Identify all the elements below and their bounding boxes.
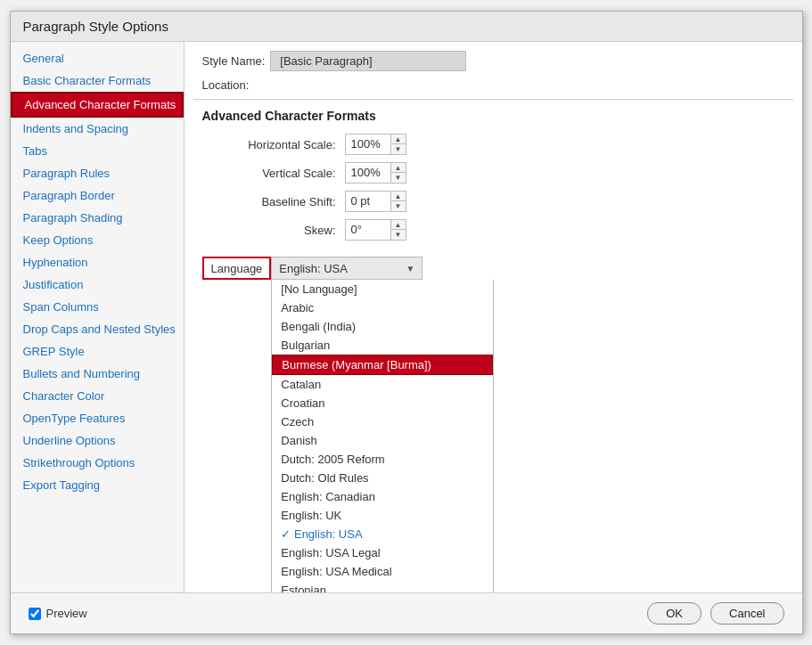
sidebar-item-para-shading[interactable]: Paragraph Shading	[11, 207, 184, 229]
horizontal-scale-input[interactable]: 100% ▲ ▼	[345, 134, 406, 155]
language-option-danish[interactable]: Danish	[272, 431, 493, 450]
ok-button[interactable]: OK	[647, 602, 701, 625]
sidebar-item-underline[interactable]: Underline Options	[11, 429, 184, 452]
section-title: Advanced Character Formats	[185, 100, 802, 134]
language-option-english-uk[interactable]: English: UK	[272, 506, 493, 525]
sidebar-item-keep-options[interactable]: Keep Options	[11, 229, 184, 251]
language-selected-value: English: USA	[279, 262, 348, 275]
dialog-body: GeneralBasic Character FormatsAdvanced C…	[11, 42, 802, 592]
style-name-bar: Style Name: [Basic Paragraph]	[185, 42, 802, 77]
skew-down[interactable]: ▼	[391, 230, 406, 240]
language-row: Language English: USA ▼ [No Language]Ara…	[185, 257, 802, 280]
vertical-scale-input[interactable]: 100% ▲ ▼	[345, 162, 406, 184]
horizontal-scale-value: 100%	[346, 134, 390, 155]
language-option-czech[interactable]: Czech	[272, 412, 493, 431]
sidebar-item-general[interactable]: General	[11, 47, 184, 69]
language-select-wrapper: English: USA ▼ [No Language]ArabicBengal…	[271, 257, 422, 280]
horizontal-scale-arrows: ▲ ▼	[390, 135, 406, 154]
language-option-catalan[interactable]: Catalan	[272, 375, 493, 394]
sidebar-item-opentype[interactable]: OpenType Features	[11, 407, 184, 429]
language-option-croatian[interactable]: Croatian	[272, 394, 493, 412]
sidebar-item-para-rules[interactable]: Paragraph Rules	[11, 162, 184, 184]
sidebar-item-justification[interactable]: Justification	[11, 274, 184, 296]
vertical-scale-row: Vertical Scale: 100% ▲ ▼	[202, 162, 784, 184]
baseline-shift-row: Baseline Shift: 0 pt ▲ ▼	[202, 191, 784, 212]
style-name-value: [Basic Paragraph]	[270, 51, 466, 71]
sidebar-item-drop-caps[interactable]: Drop Caps and Nested Styles	[11, 318, 184, 340]
language-select-header[interactable]: English: USA ▼	[271, 257, 422, 280]
language-label: Language	[202, 257, 272, 280]
paragraph-style-dialog: Paragraph Style Options GeneralBasic Cha…	[10, 11, 803, 634]
skew-row: Skew: 0° ▲ ▼	[202, 219, 784, 241]
language-option-dutch-old[interactable]: Dutch: Old Rules	[272, 469, 493, 487]
vertical-scale-down[interactable]: ▼	[391, 173, 406, 183]
skew-arrows: ▲ ▼	[390, 220, 406, 240]
skew-up[interactable]: ▲	[391, 220, 406, 230]
baseline-shift-label: Baseline Shift:	[202, 195, 345, 208]
baseline-shift-down[interactable]: ▼	[391, 201, 406, 211]
sidebar-item-strikethrough[interactable]: Strikethrough Options	[11, 452, 184, 474]
dialog-footer: Preview OK Cancel	[11, 592, 802, 633]
skew-label: Skew:	[202, 224, 345, 237]
sidebar-item-grep-style[interactable]: GREP Style	[11, 340, 184, 363]
baseline-shift-up[interactable]: ▲	[391, 192, 406, 201]
preview-label: Preview	[46, 607, 87, 620]
language-option-english-usa-legal[interactable]: English: USA Legal	[272, 543, 493, 562]
baseline-shift-arrows: ▲ ▼	[390, 192, 406, 211]
vertical-scale-value: 100%	[346, 162, 390, 184]
preview-checkbox[interactable]	[29, 608, 41, 620]
sidebar-item-tabs[interactable]: Tabs	[11, 140, 184, 162]
horizontal-scale-down[interactable]: ▼	[391, 144, 406, 154]
sidebar-item-para-border[interactable]: Paragraph Border	[11, 184, 184, 207]
baseline-shift-value: 0 pt	[346, 191, 390, 212]
language-option-bulgarian[interactable]: Bulgarian	[272, 336, 493, 355]
vertical-scale-label: Vertical Scale:	[202, 167, 345, 180]
location-label: Location:	[202, 78, 250, 92]
style-name-label: Style Name:	[202, 54, 266, 68]
horizontal-scale-up[interactable]: ▲	[391, 135, 406, 144]
sidebar-item-char-color[interactable]: Character Color	[11, 385, 184, 407]
language-option-arabic[interactable]: Arabic	[272, 298, 493, 317]
sidebar-item-indents[interactable]: Indents and Spacing	[11, 118, 184, 140]
footer-buttons: OK Cancel	[647, 602, 783, 625]
form-area: Horizontal Scale: 100% ▲ ▼ Vertical Scal…	[185, 134, 802, 248]
sidebar-item-basic-char[interactable]: Basic Character Formats	[11, 69, 184, 92]
language-option-no-lang[interactable]: [No Language]	[272, 280, 493, 298]
vertical-scale-arrows: ▲ ▼	[390, 163, 406, 183]
skew-value: 0°	[346, 219, 390, 241]
language-option-english-usa[interactable]: English: USA	[272, 525, 493, 543]
sidebar-item-advanced-char[interactable]: Advanced Character Formats	[11, 92, 184, 118]
language-option-dutch-2005[interactable]: Dutch: 2005 Reform	[272, 450, 493, 469]
main-content: Style Name: [Basic Paragraph] Location: …	[185, 42, 802, 592]
baseline-shift-input[interactable]: 0 pt ▲ ▼	[345, 191, 406, 212]
sidebar-item-hyphenation[interactable]: Hyphenation	[11, 251, 184, 274]
dialog-title: Paragraph Style Options	[11, 12, 802, 42]
dropdown-arrow-icon: ▼	[406, 264, 414, 274]
skew-input[interactable]: 0° ▲ ▼	[345, 219, 406, 241]
language-dropdown-list[interactable]: [No Language]ArabicBengali (India)Bulgar…	[271, 280, 494, 592]
language-option-english-canadian[interactable]: English: Canadian	[272, 487, 493, 506]
location-bar: Location:	[185, 77, 802, 99]
language-option-bengali[interactable]: Bengali (India)	[272, 317, 493, 336]
sidebar-item-export[interactable]: Export Tagging	[11, 474, 184, 496]
cancel-button[interactable]: Cancel	[710, 602, 783, 625]
sidebar-item-bullets[interactable]: Bullets and Numbering	[11, 363, 184, 385]
sidebar-item-span-columns[interactable]: Span Columns	[11, 296, 184, 318]
language-option-estonian[interactable]: Estonian	[272, 581, 493, 592]
horizontal-scale-row: Horizontal Scale: 100% ▲ ▼	[202, 134, 784, 155]
horizontal-scale-label: Horizontal Scale:	[202, 138, 345, 151]
preview-section: Preview	[29, 607, 87, 620]
sidebar: GeneralBasic Character FormatsAdvanced C…	[11, 42, 185, 592]
language-option-burmese[interactable]: Burmese (Myanmar [Burma])	[272, 355, 493, 375]
vertical-scale-up[interactable]: ▲	[391, 163, 406, 173]
language-option-english-usa-medical[interactable]: English: USA Medical	[272, 562, 493, 581]
